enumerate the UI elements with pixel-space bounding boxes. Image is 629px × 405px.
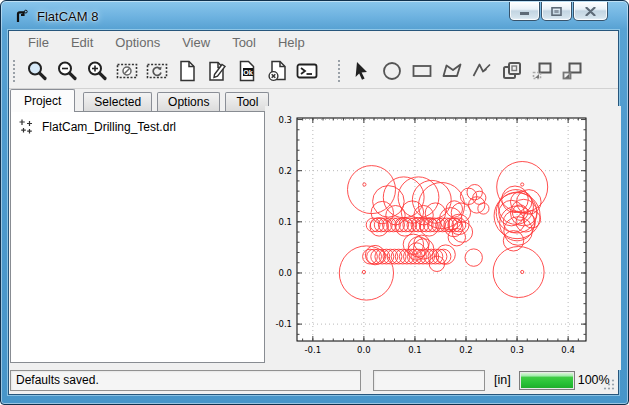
zoom-out-icon (55, 59, 79, 83)
zoom-fit-button[interactable] (22, 57, 52, 85)
statusbar: Defaults saved. [in] 100% (9, 366, 618, 394)
replot-button[interactable] (142, 57, 172, 85)
copy-object-icon (560, 59, 584, 83)
shell-button[interactable] (292, 57, 322, 85)
y-tick-label: 0.1 (278, 217, 292, 227)
x-tick-label: 0.0 (357, 345, 371, 355)
draw-circle-button[interactable] (377, 57, 407, 85)
app-window: FlatCAM 8 File Edit Options View T (0, 0, 629, 405)
delete-object-icon (265, 59, 289, 83)
status-message-box: Defaults saved. (10, 370, 361, 391)
x-tick-label: 0.4 (561, 345, 575, 355)
tab-options[interactable]: Options (157, 92, 220, 112)
window-controls (508, 2, 608, 21)
status-secondary-box (373, 370, 485, 391)
zoom-fit-icon (25, 59, 49, 83)
y-tick-label: 0.0 (278, 268, 292, 278)
menubar: File Edit Options View Tool Help (9, 31, 618, 54)
toolbar-drag-handle-2[interactable] (337, 59, 342, 83)
tab-tool[interactable]: Tool (225, 92, 269, 112)
replot-icon (145, 59, 169, 83)
zoom-out-button[interactable] (52, 57, 82, 85)
minimize-icon (519, 7, 530, 16)
move-object-icon (530, 59, 554, 83)
new-project-button[interactable] (172, 57, 202, 85)
progress-fill (521, 373, 573, 388)
edit-document-button[interactable] (202, 57, 232, 85)
project-tree-panel[interactable]: FlatCam_Drilling_Test.drl (10, 111, 265, 363)
draw-polyline-button[interactable] (467, 57, 497, 85)
ok-document-button[interactable]: Ok (232, 57, 262, 85)
main-content: File Edit Options View Tool Help (8, 30, 619, 395)
rectangle-tool-icon (410, 59, 434, 83)
x-tick-label: 0.2 (459, 345, 473, 355)
tree-item-label: FlatCam_Drilling_Test.drl (42, 120, 176, 134)
units-label: [in] (494, 373, 511, 387)
draw-rectangle-button[interactable] (407, 57, 437, 85)
copy-geometry-icon (500, 59, 524, 83)
move-object-button[interactable] (527, 57, 557, 85)
drill-plot[interactable]: -0.10.00.10.20.30.4-0.10.00.10.20.3 (265, 106, 621, 370)
polyline-tool-icon (470, 59, 494, 83)
select-pointer-button[interactable] (347, 57, 377, 85)
circle-tool-icon (380, 59, 404, 83)
copy-object-button[interactable] (557, 57, 587, 85)
menu-edit[interactable]: Edit (60, 32, 104, 54)
polygon-tool-icon (440, 59, 464, 83)
tab-bar: Project Selected Options Tool (10, 90, 274, 112)
x-tick-label: -0.1 (305, 345, 322, 355)
zoom-in-button[interactable] (82, 57, 112, 85)
tab-project[interactable]: Project (10, 89, 75, 112)
menu-help[interactable]: Help (267, 32, 316, 54)
x-tick-label: 0.1 (408, 345, 422, 355)
y-tick-label: 0.3 (278, 115, 292, 125)
close-icon (585, 7, 596, 16)
titlebar[interactable]: FlatCAM 8 (2, 2, 627, 30)
progress-bar (519, 371, 575, 390)
y-tick-label: -0.1 (275, 319, 292, 329)
window-title: FlatCAM 8 (37, 9, 98, 24)
maximize-button[interactable] (541, 2, 572, 21)
svg-text:Ok: Ok (243, 68, 253, 77)
edit-document-icon (205, 59, 229, 83)
close-button[interactable] (573, 2, 608, 21)
y-tick-label: 0.2 (278, 166, 292, 176)
zoom-in-icon (85, 59, 109, 83)
shell-icon (295, 59, 319, 83)
new-document-icon (175, 59, 199, 83)
toolbar: Ok (9, 54, 618, 89)
draw-polygon-button[interactable] (437, 57, 467, 85)
delete-object-button[interactable] (262, 57, 292, 85)
flatcam-logo-icon (13, 8, 29, 24)
tree-item-drill-file[interactable]: FlatCam_Drilling_Test.drl (11, 112, 264, 141)
toolbar-drag-handle[interactable] (12, 59, 17, 83)
status-message: Defaults saved. (16, 373, 99, 387)
menu-file[interactable]: File (17, 32, 60, 54)
ok-document-icon: Ok (235, 59, 259, 83)
plot-canvas[interactable]: -0.10.00.10.20.30.4-0.10.00.10.20.3 (265, 106, 621, 370)
pointer-arrow-icon (350, 59, 374, 83)
x-tick-label: 0.3 (510, 345, 524, 355)
menu-options[interactable]: Options (104, 32, 171, 54)
resize-grip[interactable] (603, 378, 615, 390)
drill-marks-icon (18, 118, 35, 135)
minimize-button[interactable] (509, 2, 540, 21)
tab-selected[interactable]: Selected (83, 92, 152, 112)
maximize-icon (551, 7, 562, 16)
menu-view[interactable]: View (171, 32, 221, 54)
copy-geometry-button[interactable] (497, 57, 527, 85)
menu-tool[interactable]: Tool (221, 32, 267, 54)
clear-plot-button[interactable] (112, 57, 142, 85)
clear-plot-icon (115, 59, 139, 83)
